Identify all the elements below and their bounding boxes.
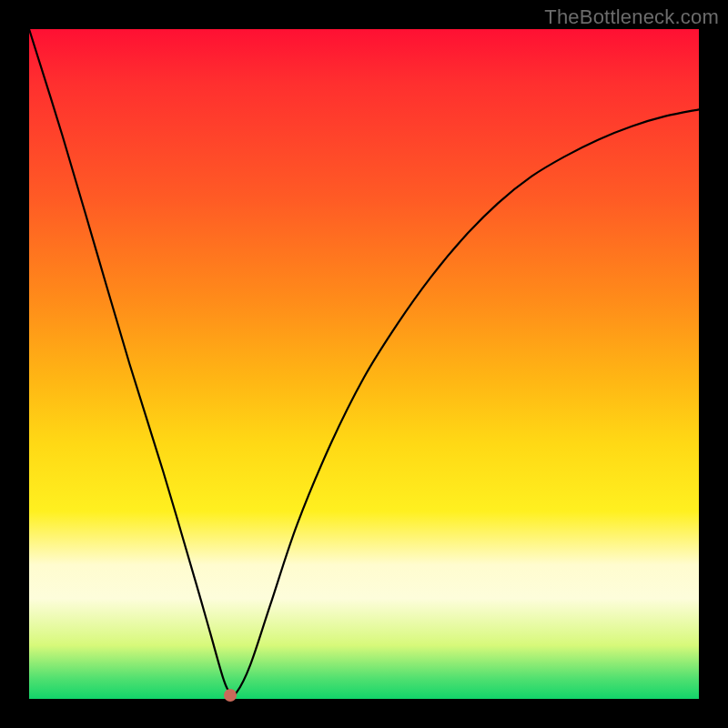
plot-area [29, 29, 699, 699]
watermark-text: TheBottleneck.com [544, 5, 719, 29]
bottleneck-curve [29, 29, 699, 699]
chart-frame: TheBottleneck.com [0, 0, 728, 728]
optimum-marker [224, 689, 237, 702]
